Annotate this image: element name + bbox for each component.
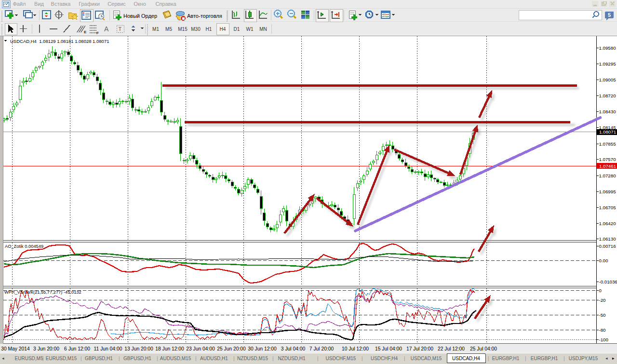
svg-text:10 Jul 12:00: 10 Jul 12:00 (342, 346, 369, 351)
svg-text:MN: MN (259, 27, 267, 32)
svg-text:USDCAD,M15: USDCAD,M15 (411, 356, 442, 361)
svg-text:USDCAD,H4 1.08129 1.08181 1.0: USDCAD,H4 1.08129 1.08181 1.08028 1.0807… (10, 39, 109, 44)
svg-text:T: T (119, 26, 122, 32)
svg-text:EURGBP,H1: EURGBP,H1 (492, 356, 520, 361)
svg-text:7 Jul 20:00: 7 Jul 20:00 (309, 346, 334, 351)
svg-text:0.00: 0.00 (599, 258, 608, 263)
svg-text:1.06995: 1.06995 (599, 189, 616, 194)
svg-text:30 Jun 12:00: 30 Jun 12:00 (248, 346, 277, 351)
svg-text:NZDUSD,M15: NZDUSD,M15 (237, 356, 268, 361)
svg-text:-50: -50 (599, 312, 606, 318)
svg-text:|: | (362, 356, 363, 361)
svg-text:D1: D1 (234, 27, 240, 32)
svg-text:AO_Zotik 0.004549: AO_Zotik 0.004549 (5, 244, 43, 249)
svg-text:|: | (563, 356, 565, 361)
svg-text:0: 0 (599, 288, 602, 293)
svg-text:15 Jul 04:00: 15 Jul 04:00 (375, 346, 402, 351)
svg-text:GBPUSD,H1: GBPUSD,H1 (85, 356, 113, 361)
svg-text:-100: -100 (599, 337, 609, 342)
svg-text:|: | (80, 356, 82, 361)
svg-text:M5: M5 (165, 27, 172, 32)
svg-text:EURGBP,H1: EURGBP,H1 (531, 356, 558, 361)
svg-text:◂: ◂ (605, 356, 608, 361)
svg-text:6 Jun 12:00: 6 Jun 12:00 (64, 346, 90, 351)
svg-text:GBPUSD,H1: GBPUSD,H1 (123, 356, 151, 361)
svg-text:17 Jul 20:00: 17 Jul 20:00 (406, 346, 433, 351)
svg-text:E: E (84, 30, 87, 34)
svg-text:|: | (317, 356, 319, 361)
svg-text:AUDUSD,M15: AUDUSD,M15 (160, 356, 191, 361)
svg-text:USDCHF,M15: USDCHF,M15 (326, 356, 356, 361)
svg-text:|: | (488, 356, 489, 361)
svg-text:M30: M30 (191, 27, 201, 32)
svg-text:USDJPY,M15: USDJPY,M15 (569, 356, 598, 361)
svg-text:|: | (119, 356, 120, 361)
svg-text:18 Jun 12:00: 18 Jun 12:00 (155, 346, 184, 351)
svg-text:1.08720: 1.08720 (599, 93, 617, 98)
svg-text:Графики: Графики (79, 1, 100, 7)
svg-text:1.08071: 1.08071 (599, 129, 616, 135)
svg-text:1.06420: 1.06420 (599, 221, 617, 226)
svg-text:M1: M1 (152, 27, 159, 32)
svg-text:USDCAD,H4: USDCAD,H4 (452, 356, 480, 361)
svg-text:M15: M15 (178, 27, 188, 32)
svg-text:1.06705: 1.06705 (599, 205, 616, 210)
svg-text:0.00716: 0.00716 (599, 243, 616, 249)
svg-text:-20: -20 (599, 297, 606, 303)
svg-text:A: A (104, 25, 109, 33)
svg-text:1.07280: 1.07280 (599, 173, 617, 178)
svg-text:|: | (233, 356, 235, 361)
svg-text:1.07570: 1.07570 (599, 157, 617, 162)
svg-text:Вид: Вид (34, 1, 44, 7)
svg-text:1.09295: 1.09295 (599, 61, 616, 67)
svg-text:25 Jun 20:00: 25 Jun 20:00 (217, 346, 246, 351)
svg-text:23 Jun 04:00: 23 Jun 04:00 (186, 346, 215, 351)
svg-text:11 Jun 04:00: 11 Jun 04:00 (94, 346, 122, 351)
svg-text:Вставка: Вставка (51, 1, 71, 7)
svg-text:H4: H4 (220, 27, 226, 32)
svg-text:5: 5 (608, 12, 611, 18)
svg-text:30 May 2014: 30 May 2014 (1, 346, 30, 351)
svg-text:-0.01036: -0.01036 (599, 279, 617, 284)
svg-text:Новый Ордер: Новый Ордер (123, 13, 157, 19)
svg-text:3 Jul 04:00: 3 Jul 04:00 (281, 346, 306, 351)
svg-text:USDCHF,H4: USDCHF,H4 (371, 356, 398, 361)
svg-text:F: F (96, 31, 99, 35)
svg-text:3 Jun 20:00: 3 Jun 20:00 (33, 346, 59, 351)
svg-text:1.07461: 1.07461 (599, 163, 616, 169)
svg-text:13 Jun 20:00: 13 Jun 20:00 (124, 346, 153, 351)
svg-text:NZDUSD,H1: NZDUSD,H1 (278, 356, 306, 361)
svg-text:1.07855: 1.07855 (599, 141, 616, 147)
svg-text:22 Jul 12:00: 22 Jul 12:00 (438, 346, 465, 351)
svg-text:Справка: Справка (155, 1, 176, 7)
svg-text:▸: ▸ (612, 356, 615, 361)
svg-text:1.06130: 1.06130 (599, 236, 617, 242)
svg-text:Авто-торговля: Авто-торговля (187, 13, 222, 19)
svg-text:EURUSD,M15: EURUSD,M15 (46, 356, 77, 361)
svg-text:1.09005: 1.09005 (599, 77, 616, 82)
svg-text:|: | (404, 356, 405, 361)
svg-text:|: | (195, 356, 197, 361)
svg-text:Сервис: Сервис (107, 1, 126, 7)
svg-text:WPR_VSmark(21,55,77,277) -45.0: WPR_VSmark(21,55,77,277) -45.0132 (4, 290, 81, 295)
svg-text:-80: -80 (599, 327, 606, 333)
svg-text:◂: ◂ (2, 356, 4, 361)
svg-text:EURUSD,M5: EURUSD,M5 (15, 356, 43, 361)
svg-text:H1: H1 (206, 27, 212, 32)
svg-text:|: | (272, 356, 274, 361)
svg-text:W1: W1 (246, 27, 254, 32)
svg-text:1.09580: 1.09580 (599, 45, 617, 51)
svg-text:|: | (157, 356, 158, 361)
svg-text:25 Jul 04:00: 25 Jul 04:00 (470, 346, 497, 351)
svg-text:|: | (525, 356, 526, 361)
svg-text:Файл: Файл (13, 1, 26, 7)
svg-text:1.08430: 1.08430 (599, 109, 617, 114)
svg-text:Окно: Окно (134, 1, 146, 7)
svg-text:AUDUSD,H1: AUDUSD,H1 (200, 356, 228, 361)
